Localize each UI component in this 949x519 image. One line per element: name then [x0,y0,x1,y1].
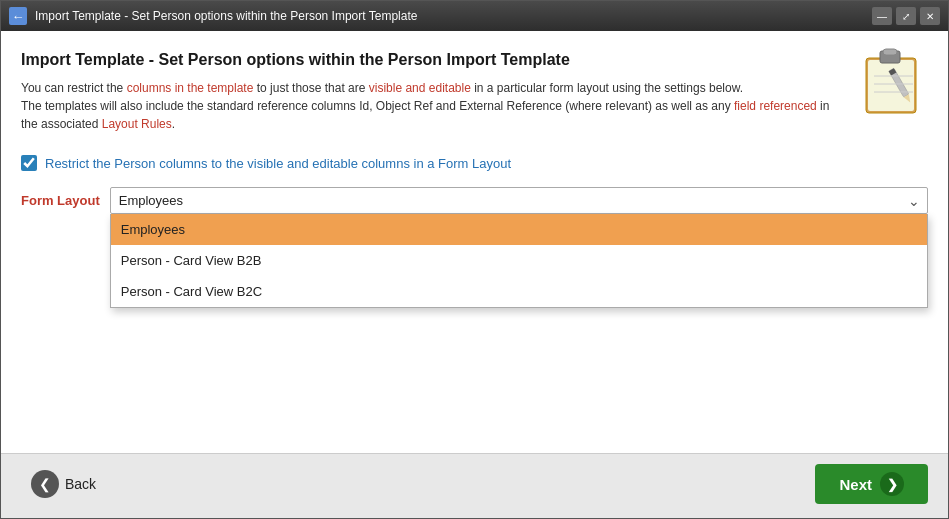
back-label: Back [65,476,96,492]
footer: ❮ Back Next ❯ [1,453,948,518]
dropdown-item-b2b[interactable]: Person - Card View B2B [111,245,927,276]
svg-rect-3 [883,49,897,55]
back-icon: ❮ [31,470,59,498]
form-layout-select[interactable]: Employees Person - Card View B2B Person … [110,187,928,214]
content-area: Import Template - Set Person options wit… [1,31,948,453]
minimize-button[interactable]: — [872,7,892,25]
header-text: Import Template - Set Person options wit… [21,51,838,133]
desc-part2: The templates will also include the stan… [21,99,829,131]
next-label: Next [839,476,872,493]
checkbox-section: Restrict the Person columns to the visib… [21,155,928,171]
desc-part1: You can restrict the columns in the temp… [21,81,743,95]
restrict-checkbox[interactable] [21,155,37,171]
window-controls: — ⤢ ✕ [872,7,940,25]
maximize-button[interactable]: ⤢ [896,7,916,25]
title-bar: ← Import Template - Set Person options w… [1,1,948,31]
dropdown-item-b2c[interactable]: Person - Card View B2C [111,276,927,307]
clipboard-icon [858,46,928,116]
next-icon: ❯ [880,472,904,496]
window-title: Import Template - Set Person options wit… [35,9,872,23]
main-window: ← Import Template - Set Person options w… [0,0,949,519]
dropdown-menu: Employees Person - Card View B2B Person … [110,214,928,308]
window-icon: ← [9,7,27,25]
svg-rect-1 [868,60,914,111]
close-button[interactable]: ✕ [920,7,940,25]
checkbox-label[interactable]: Restrict the Person columns to the visib… [45,156,511,171]
header-section: Import Template - Set Person options wit… [21,51,928,133]
form-layout-select-container: Employees Person - Card View B2B Person … [110,187,928,214]
description: You can restrict the columns in the temp… [21,79,838,133]
form-layout-label: Form Layout [21,193,100,208]
back-button[interactable]: ❮ Back [21,464,106,504]
page-title: Import Template - Set Person options wit… [21,51,838,69]
form-layout-row: Form Layout Employees Person - Card View… [21,187,928,214]
dropdown-item-employees[interactable]: Employees [111,214,927,245]
next-button[interactable]: Next ❯ [815,464,928,504]
